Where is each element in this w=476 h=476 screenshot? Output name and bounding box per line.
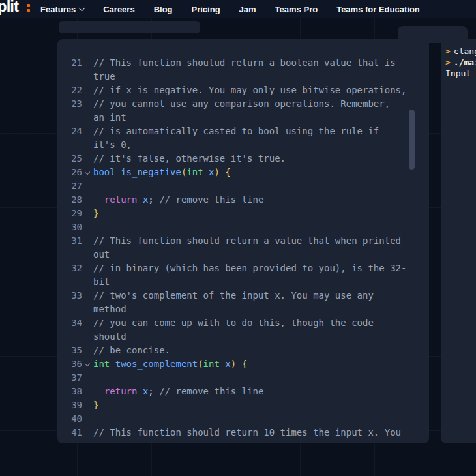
nav-item-teams-for-education[interactable]: Teams for Education xyxy=(336,5,420,14)
editor-tab-bar[interactable] xyxy=(59,21,200,33)
nav-item-blog[interactable]: Blog xyxy=(154,5,173,14)
nav-item-features[interactable]: Features xyxy=(40,5,84,14)
code-text: bit xyxy=(93,275,110,289)
nav-item-pricing[interactable]: Pricing xyxy=(192,5,220,14)
console-text: Input a xyxy=(445,68,476,79)
line-number[interactable]: 37 xyxy=(57,371,82,385)
code-line-wrap: method xyxy=(57,303,429,316)
line-number[interactable]: 34 xyxy=(57,316,82,330)
nav-menu: FeaturesCareersBlogPricingJamTeams ProTe… xyxy=(40,5,420,14)
code-text: // is automatically casted to bool using… xyxy=(93,125,379,138)
console-output: >clang>./maiInput a xyxy=(445,46,476,79)
line-number[interactable]: 30 xyxy=(57,220,82,234)
code-line-26: 26bool is_negative(int x) { xyxy=(57,166,429,179)
line-number[interactable]: 26 xyxy=(57,166,82,179)
nav-item-jam[interactable]: Jam xyxy=(239,5,256,14)
line-number[interactable]: 36 xyxy=(57,357,82,371)
nav-item-label: Careers xyxy=(103,5,134,14)
fold-gutter xyxy=(82,248,93,261)
code-line-36: 36int twos_complement(int x) { xyxy=(57,357,429,371)
replit-logo-mark-icon xyxy=(27,4,30,12)
line-number[interactable]: 33 xyxy=(57,289,82,303)
line-number xyxy=(57,111,82,125)
line-number[interactable]: 27 xyxy=(57,179,82,193)
code-text: method xyxy=(93,303,126,316)
code-lines: 21// This function shoulud return a bool… xyxy=(57,56,429,439)
code-line-38: 38 return x; // remove this line xyxy=(57,385,429,398)
code-line-22: 22// if x is negative. You may only use … xyxy=(57,83,429,97)
nav-item-label: Jam xyxy=(239,5,256,14)
nav-item-label: Pricing xyxy=(192,5,220,14)
code-line-23: 23// you cannot use any comparison opera… xyxy=(57,97,429,111)
editor-scrollbar-thumb[interactable] xyxy=(409,110,415,170)
line-number xyxy=(57,303,82,316)
nav-item-teams-pro[interactable]: Teams Pro xyxy=(275,5,318,14)
line-number[interactable]: 29 xyxy=(57,207,82,220)
line-number[interactable]: 21 xyxy=(57,56,82,70)
code-line-wrap: it's 0, xyxy=(57,138,429,152)
top-navbar: plit FeaturesCareersBlogPricingJamTeams … xyxy=(0,0,476,18)
logo-dot-top xyxy=(27,4,30,7)
line-number[interactable]: 38 xyxy=(57,385,82,398)
code-text: // it's false, otherwise it's true. xyxy=(93,152,286,166)
logo-dot-bottom xyxy=(27,9,30,12)
line-number xyxy=(57,275,82,289)
code-text: // you can come up with to do this, thou… xyxy=(93,316,374,330)
code-line-39: 39} xyxy=(57,398,429,412)
fold-gutter xyxy=(82,193,93,207)
console-line: >./mai xyxy=(445,57,476,68)
console-panel[interactable]: >clang>./maiInput a xyxy=(441,39,476,443)
code-line-wrap: an int xyxy=(57,111,429,125)
code-text: } xyxy=(93,398,98,412)
replit-logo[interactable]: plit xyxy=(0,0,18,16)
fold-gutter xyxy=(82,385,93,398)
code-line-29: 29} xyxy=(57,207,429,220)
code-line-24: 24// is automatically casted to bool usi… xyxy=(57,125,429,138)
code-line-40: 40 xyxy=(57,412,429,426)
code-line-wrap: true xyxy=(57,70,429,83)
panel-divider[interactable] xyxy=(432,42,432,441)
fold-gutter xyxy=(82,426,93,439)
code-line-34: 34// you can come up with to do this, th… xyxy=(57,316,429,330)
line-number[interactable]: 23 xyxy=(57,97,82,111)
fold-chevron-icon[interactable] xyxy=(82,357,93,371)
line-number xyxy=(57,138,82,152)
code-line-32: 32// in binary (which has been provided … xyxy=(57,261,429,275)
line-number xyxy=(57,70,82,83)
code-line-wrap: should xyxy=(57,330,429,344)
fold-gutter xyxy=(82,289,93,303)
code-text: true xyxy=(93,70,115,83)
line-number[interactable]: 25 xyxy=(57,152,82,166)
fold-gutter xyxy=(82,152,93,166)
line-number[interactable]: 32 xyxy=(57,261,82,275)
shell-prompt-icon: > xyxy=(445,46,451,57)
fold-gutter xyxy=(82,125,93,138)
code-line-wrap: out xyxy=(57,248,429,261)
line-number[interactable]: 22 xyxy=(57,83,82,97)
line-number[interactable]: 41 xyxy=(57,426,82,439)
code-editor-panel[interactable]: 21// This function shoulud return a bool… xyxy=(57,39,429,443)
line-number[interactable]: 31 xyxy=(57,234,82,248)
line-number xyxy=(57,248,82,261)
nav-item-careers[interactable]: Careers xyxy=(103,5,134,14)
line-number xyxy=(57,330,82,344)
line-number[interactable]: 39 xyxy=(57,398,82,412)
fold-gutter xyxy=(82,220,93,234)
line-number[interactable]: 40 xyxy=(57,412,82,426)
line-number[interactable]: 28 xyxy=(57,193,82,207)
code-text: // This function should return a value t… xyxy=(93,234,401,248)
code-line-31: 31// This function should return a value… xyxy=(57,234,429,248)
fold-gutter xyxy=(82,234,93,248)
nav-item-label: Features xyxy=(40,5,76,14)
fold-gutter xyxy=(82,111,93,125)
code-line-28: 28 return x; // remove this line xyxy=(57,193,429,207)
fold-gutter xyxy=(82,207,93,220)
code-text: // be concise. xyxy=(93,344,170,357)
shell-prompt-icon: > xyxy=(445,57,451,68)
line-number[interactable]: 35 xyxy=(57,344,82,357)
chevron-down-icon xyxy=(79,5,85,12)
code-text: return x; // remove this line xyxy=(93,385,263,398)
line-number[interactable]: 24 xyxy=(57,125,82,138)
code-text: out xyxy=(93,248,110,261)
fold-chevron-icon[interactable] xyxy=(82,166,93,179)
